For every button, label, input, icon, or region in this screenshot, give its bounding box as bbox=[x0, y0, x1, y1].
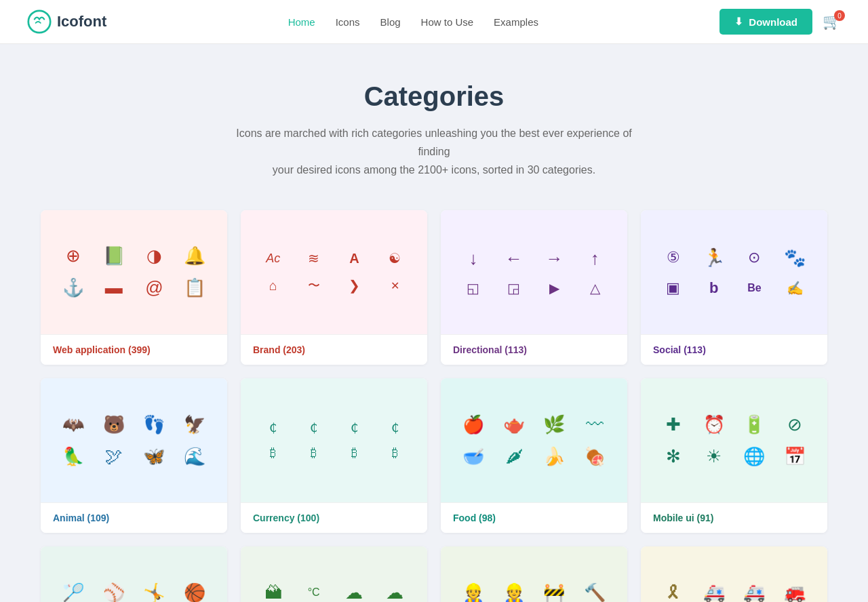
card-link-web-application[interactable]: Web application (399) bbox=[53, 344, 151, 355]
card-icon: ⊘ bbox=[774, 409, 815, 441]
card-icon: 📋 bbox=[174, 272, 215, 304]
card-icon: ☯ bbox=[374, 245, 415, 272]
nav-blog[interactable]: Blog bbox=[380, 16, 401, 28]
card-label-food: Food (98) bbox=[441, 502, 627, 533]
category-card-mobile-ui: ✚ ⏰ 🔋 ⊘ ✻ ☀ 🌐 📅 Mobile ui (91) bbox=[641, 378, 827, 533]
card-icon: 🌊 bbox=[174, 441, 215, 473]
card-label-social: Social (113) bbox=[641, 334, 827, 365]
card-icon: ≋ bbox=[294, 245, 334, 272]
card-icon: ⚾ bbox=[94, 577, 134, 602]
card-icon: ❯ bbox=[334, 272, 375, 299]
card-icon: ✍ bbox=[774, 274, 815, 302]
nav-how-to-use[interactable]: How to Use bbox=[421, 16, 474, 28]
category-card-directional: ↓ ← → ↑ ◱ ◲ ▶ △ Directional (113) bbox=[441, 210, 627, 365]
card-icon: 🔔 bbox=[174, 240, 215, 272]
card-icon: 🐾 bbox=[774, 242, 815, 274]
card-icon: b bbox=[694, 274, 734, 302]
card-icons-medical: 🎗 🚑 🚑 🚒 🔍 💊 🚶 💧 bbox=[641, 546, 827, 602]
card-icon: ⏰ bbox=[694, 409, 734, 441]
card-icon: 👷 bbox=[453, 577, 494, 602]
card-icon: ⊙ bbox=[734, 242, 775, 274]
card-icon: ⊕ bbox=[53, 240, 94, 272]
card-icon: ◱ bbox=[453, 275, 494, 302]
category-card-construction: 👷 👷 🚧 🔨 📦 🏗 🚂 ✕ Construction (64) bbox=[441, 546, 627, 602]
card-link-brand[interactable]: Brand (203) bbox=[253, 344, 305, 355]
card-icon: ← bbox=[494, 243, 534, 275]
card-link-directional[interactable]: Directional (113) bbox=[453, 344, 527, 355]
card-icon: ₵ bbox=[253, 415, 294, 441]
cart-button[interactable]: 🛒 0 bbox=[823, 13, 841, 31]
card-icon: 🦇 bbox=[53, 409, 94, 441]
card-icon: ↑ bbox=[574, 243, 615, 275]
card-icon: 🏸 bbox=[53, 577, 94, 602]
card-icon: ⑤ bbox=[653, 242, 694, 274]
card-icon: °C bbox=[294, 577, 334, 602]
download-label: Download bbox=[749, 16, 797, 28]
card-icon: A bbox=[334, 245, 375, 272]
card-icon: ₵ bbox=[334, 415, 375, 441]
card-icon: ☁ bbox=[374, 577, 415, 602]
card-icon: ₿ bbox=[253, 441, 294, 466]
card-label-directional: Directional (113) bbox=[441, 334, 627, 365]
category-card-brand: Ac ≋ A ☯ ⌂ 〜 ❯ ✕ Brand (203) bbox=[241, 210, 427, 365]
site-header: Icofont Home Icons Blog How to Use Examp… bbox=[0, 0, 868, 44]
logo-icon bbox=[27, 9, 52, 34]
card-icon: 🦅 bbox=[174, 409, 215, 441]
card-icon: ✕ bbox=[374, 272, 415, 299]
card-icon: ▶ bbox=[534, 275, 575, 302]
card-icon: △ bbox=[574, 275, 615, 302]
card-icon: ▣ bbox=[653, 274, 694, 302]
hero-description: Icons are marched with rich categories u… bbox=[224, 124, 644, 180]
card-icons-social: ⑤ 🏃 ⊙ 🐾 ▣ b Be ✍ bbox=[641, 210, 827, 334]
card-icon: 🤸 bbox=[134, 577, 175, 602]
logo[interactable]: Icofont bbox=[27, 9, 106, 34]
card-icon: @ bbox=[134, 272, 175, 304]
category-card-web-application: ⊕ 📗 ◑ 🔔 ⚓ ▬ @ 📋 Web application (399) bbox=[41, 210, 227, 365]
card-icons-construction: 👷 👷 🚧 🔨 📦 🏗 🚂 ✕ bbox=[441, 546, 627, 602]
card-icons-animal: 🦇 🐻 👣 🦅 🦜 🕊 🦋 🌊 bbox=[41, 378, 227, 502]
card-link-food[interactable]: Food (98) bbox=[453, 513, 496, 523]
card-icon: 🍌 bbox=[534, 441, 575, 473]
hero-section: Categories Icons are marched with rich c… bbox=[0, 44, 868, 210]
card-icon: 🔨 bbox=[574, 577, 615, 602]
nav-home[interactable]: Home bbox=[288, 16, 315, 28]
category-card-social: ⑤ 🏃 ⊙ 🐾 ▣ b Be ✍ Social (113) bbox=[641, 210, 827, 365]
card-icon: 🌿 bbox=[534, 409, 575, 441]
card-icon: 🕊 bbox=[94, 441, 134, 473]
card-icon: 🍖 bbox=[574, 441, 615, 473]
card-icon: 🚑 bbox=[694, 577, 734, 602]
card-label-mobile-ui: Mobile ui (91) bbox=[641, 502, 827, 533]
nav-examples[interactable]: Examples bbox=[494, 16, 538, 28]
card-icon: ₵ bbox=[294, 415, 334, 441]
card-icon: Be bbox=[734, 274, 775, 302]
card-icons-web-application: ⊕ 📗 ◑ 🔔 ⚓ ▬ @ 📋 bbox=[41, 210, 227, 334]
card-icons-brand: Ac ≋ A ☯ ⌂ 〜 ❯ ✕ bbox=[241, 210, 427, 334]
nav-icons[interactable]: Icons bbox=[336, 16, 360, 28]
card-icon: ⚓ bbox=[53, 272, 94, 304]
card-icon: 🥣 bbox=[453, 441, 494, 473]
card-link-social[interactable]: Social (113) bbox=[653, 344, 706, 355]
card-icon: ✚ bbox=[653, 409, 694, 441]
card-icon: ◲ bbox=[494, 275, 534, 302]
card-icon: ₿ bbox=[374, 441, 415, 466]
card-icon: ₿ bbox=[294, 441, 334, 466]
category-card-sport: 🏸 ⚾ 🤸 🏀 🏀 🎱 👟 👞 Sport (82) bbox=[41, 546, 227, 602]
page-title: Categories bbox=[14, 81, 854, 112]
card-icon: 👷 bbox=[494, 577, 534, 602]
card-link-animal[interactable]: Animal (109) bbox=[53, 513, 109, 523]
category-card-animal: 🦇 🐻 👣 🦅 🦜 🕊 🦋 🌊 Animal (109) bbox=[41, 378, 227, 533]
card-label-web-application: Web application (399) bbox=[41, 334, 227, 365]
categories-grid: ⊕ 📗 ◑ 🔔 ⚓ ▬ @ 📋 Web application (399) Ac… bbox=[20, 210, 848, 602]
card-icon: Ac bbox=[253, 245, 294, 272]
card-icon: ₿ bbox=[334, 441, 375, 466]
card-icon: → bbox=[534, 243, 575, 275]
card-icon: 🚧 bbox=[534, 577, 575, 602]
card-link-currency[interactable]: Currency (100) bbox=[253, 513, 319, 523]
card-icon: 🚑 bbox=[734, 577, 775, 602]
card-link-mobile-ui[interactable]: Mobile ui (91) bbox=[653, 513, 713, 523]
card-icon: ☀ bbox=[694, 441, 734, 473]
card-icon: 〜 bbox=[294, 272, 334, 299]
category-card-currency: ₵ ₵ ₵ ₵ ₿ ₿ ₿ ₿ Currency (100) bbox=[241, 378, 427, 533]
card-icon: 🏀 bbox=[174, 577, 215, 602]
download-button[interactable]: ⬇ Download bbox=[719, 9, 812, 35]
